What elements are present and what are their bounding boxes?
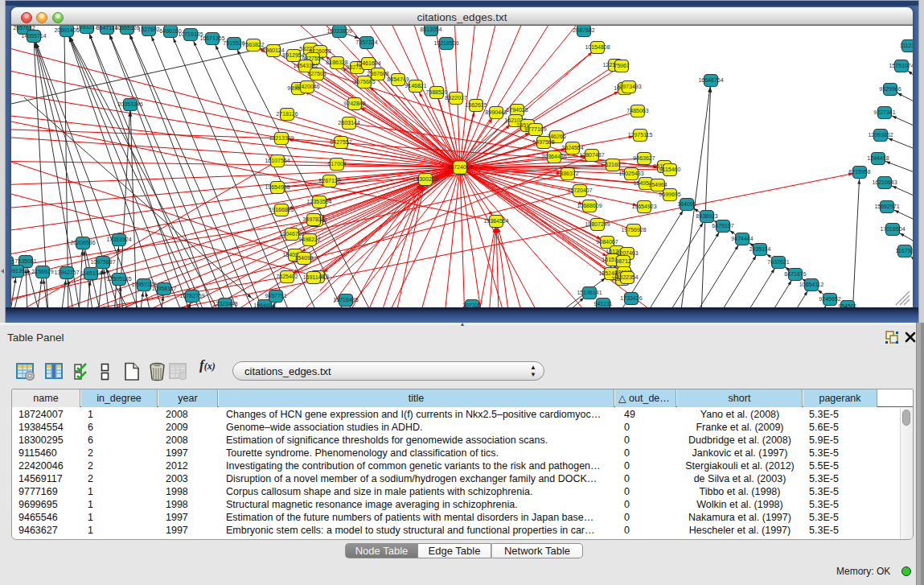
svg-text:827503: 827503 [307,71,326,76]
svg-text:1964603: 1964603 [253,303,275,307]
svg-text:19218506: 19218506 [433,40,458,46]
svg-text:19654985: 19654985 [265,184,290,190]
svg-text:16033809: 16033809 [326,28,351,34]
svg-text:3675685: 3675685 [353,79,375,84]
svg-text:9329966: 9329966 [879,86,901,92]
svg-text:10958117: 10958117 [152,286,177,291]
svg-text:1691144: 1691144 [303,274,325,280]
svg-text:15751074: 15751074 [889,63,913,68]
svg-text:62160: 62160 [605,162,621,167]
svg-text:2087682: 2087682 [573,27,594,33]
svg-text:1244418: 1244418 [867,155,889,161]
svg-text:16210643: 16210643 [872,179,897,185]
svg-text:16782759: 16782759 [179,293,204,299]
svg-text:8215958: 8215958 [848,169,870,175]
svg-text:12323448: 12323448 [212,301,237,307]
svg-text:9115460: 9115460 [659,167,681,172]
svg-text:39139: 39139 [11,268,25,274]
svg-text:8990448: 8990448 [485,109,507,115]
svg-text:75967: 75967 [614,63,630,68]
svg-text:14055714: 14055714 [21,33,46,39]
svg-text:12505135: 12505135 [106,276,131,282]
svg-text:7625402: 7625402 [276,274,298,279]
svg-text:1093217: 1093217 [76,26,97,30]
svg-text:6497568: 6497568 [532,139,554,145]
svg-text:6794028: 6794028 [506,107,528,113]
svg-text:954501: 954501 [838,303,856,307]
svg-text:15692971: 15692971 [874,204,899,209]
svg-text:7535061: 7535061 [14,258,36,264]
svg-text:9474444: 9474444 [731,236,753,241]
svg-text:13942757: 13942757 [54,270,79,275]
svg-text:15720407: 15720407 [567,187,592,193]
svg-text:12353594: 12353594 [306,199,331,204]
svg-text:18807249: 18807249 [585,221,610,227]
svg-text:1145194: 1145194 [80,270,102,276]
svg-text:3497833: 3497833 [302,216,324,222]
svg-text:617004: 617004 [327,161,346,167]
svg-text:1733426: 1733426 [620,295,642,301]
svg-text:10025433: 10025433 [618,171,643,176]
svg-text:17016504: 17016504 [880,226,905,232]
svg-text:8813054: 8813054 [420,27,441,32]
svg-text:7386372: 7386372 [556,171,578,176]
svg-text:20206536: 20206536 [70,240,95,245]
svg-text:9227341: 9227341 [873,109,895,115]
svg-text:7588520: 7588520 [425,89,447,95]
svg-text:954964: 954964 [648,182,667,187]
svg-text:2522354: 2522354 [616,274,638,280]
svg-text:19166825: 19166825 [269,207,294,212]
svg-text:20364436: 20364436 [541,154,566,159]
svg-text:10654112: 10654112 [799,282,824,287]
svg-text:111213: 111213 [900,43,913,48]
svg-text:98712: 98712 [615,258,631,264]
svg-text:12213389: 12213389 [269,135,294,141]
svg-text:7632621: 7632621 [767,259,789,265]
svg-text:164095: 164095 [677,201,696,207]
svg-text:19756928: 19756928 [621,227,646,233]
svg-text:2718126: 2718126 [276,111,298,117]
svg-text:16107554: 16107554 [265,158,290,163]
svg-text:9699695: 9699695 [659,192,680,197]
svg-text:91003: 91003 [11,259,14,265]
svg-text:2803144: 2803144 [338,120,359,126]
svg-text:941211: 941211 [594,301,613,307]
svg-text:9245652: 9245652 [819,296,840,302]
svg-text:9457791: 9457791 [265,293,286,299]
svg-text:10655326: 10655326 [114,26,139,31]
svg-text:19384554: 19384554 [483,218,508,224]
svg-text:10688609: 10688609 [577,203,602,208]
svg-text:16671355: 16671355 [199,35,224,41]
svg-text:154093: 154093 [294,255,313,261]
svg-text:15461694: 15461694 [355,60,380,66]
svg-text:8322037: 8322037 [445,95,466,101]
svg-text:9242848: 9242848 [343,101,365,106]
svg-text:2367608: 2367608 [367,71,388,76]
svg-text:8186328: 8186328 [326,60,347,65]
svg-text:8267130: 8267130 [318,178,340,183]
svg-text:9463627: 9463627 [633,155,655,161]
svg-text:8960124: 8960124 [262,47,284,53]
svg-text:10046788: 10046788 [279,231,304,237]
svg-text:207327: 207327 [462,303,481,307]
svg-text:22420046: 22420046 [294,84,319,89]
svg-text:12975115: 12975115 [628,132,653,138]
svg-text:8427552: 8427552 [330,139,351,145]
svg-text:9084067: 9084067 [596,239,618,245]
svg-text:15136141: 15136141 [577,290,602,295]
svg-text:10975887: 10975887 [90,259,115,265]
svg-text:8454749: 8454749 [387,76,409,82]
svg-text:10154808: 10154808 [585,44,610,50]
svg-text:116753: 116753 [896,248,913,253]
svg-text:18300295: 18300295 [413,176,437,182]
svg-text:7485063: 7485063 [626,108,648,113]
svg-text:7357224: 7357224 [355,39,377,45]
svg-text:9777169: 9777169 [524,126,546,132]
svg-text:8938923: 8938923 [696,213,717,219]
svg-text:20053346: 20053346 [117,101,142,107]
svg-text:9146821: 9146821 [405,83,426,89]
svg-text:6479197: 6479197 [712,223,733,229]
svg-text:2935114: 2935114 [749,246,771,252]
svg-text:10807487: 10807487 [579,152,604,158]
svg-text:8471676: 8471676 [784,271,806,277]
